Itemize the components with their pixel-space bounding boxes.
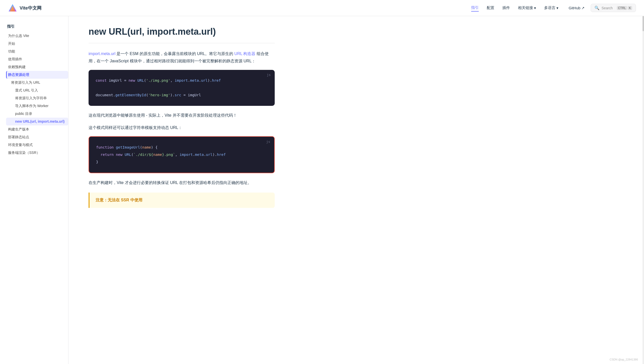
site-logo[interactable]: Vite中文网 [8, 4, 42, 13]
page-layout: 指引 为什么选 Vite 开始 功能 使用插件 依赖预构建 静态资源处理 将资源… [0, 0, 644, 364]
sidebar-item-env[interactable]: 环境变量与模式 [6, 141, 68, 149]
code-content-1: const imgUrl = new URL('./img.png', impo… [96, 77, 268, 99]
logo-text: Vite中文网 [20, 5, 42, 11]
search-icon: 🔍 [594, 6, 599, 10]
search-shortcut: CTRL K [617, 6, 632, 10]
nav-item-config[interactable]: 配置 [487, 5, 494, 11]
scrollbar[interactable] [642, 16, 644, 364]
note-title: 注意：无法在 SSR 中使用 [96, 198, 269, 203]
sidebar-item-static-assets[interactable]: 静态资源处理 [6, 71, 68, 79]
page-title: new URL(url, import.meta.url) [89, 26, 275, 37]
code-lang-label-2: js [266, 140, 270, 144]
nav-item-links[interactable]: 相关链接 ▾ [518, 5, 536, 11]
chevron-down-icon: ▾ [556, 6, 558, 10]
import-meta-url-link[interactable]: import.meta.url [89, 52, 115, 56]
sidebar-item-plugins[interactable]: 使用插件 [6, 55, 68, 63]
nav-item-guide[interactable]: 指引 [471, 4, 479, 12]
code-content-2: function getImageUrl(name) { return new … [96, 144, 267, 166]
sidebar-item-url-import[interactable]: 将资源引入为 URL [6, 79, 68, 86]
text-paragraph-2: 这在现代浏览器中能够原生使用 - 实际上，Vite 并不需要在开发阶段处理这些代… [89, 112, 275, 119]
nav-item-plugins[interactable]: 插件 [502, 5, 510, 11]
sidebar-item-features[interactable]: 功能 [6, 48, 68, 55]
intro-paragraph: import.meta.url 是一个 ESM 的原生功能，会暴露当前模块的 U… [89, 50, 275, 65]
url-constructor-link[interactable]: URL 构造器 [234, 52, 256, 56]
sidebar-item-start[interactable]: 开始 [6, 40, 68, 48]
code-block-1: js const imgUrl = new URL('./img.png', i… [89, 70, 275, 106]
sidebar-item-public-dir[interactable]: public 目录 [6, 110, 68, 118]
main-nav: 指引 配置 插件 相关链接 ▾ 多语言 ▾ GitHub ↗ [471, 4, 585, 12]
code-block-2: js function getImageUrl(name) { return n… [89, 136, 275, 173]
sidebar-item-why-vite[interactable]: 为什么选 Vite [6, 32, 68, 40]
main-content: new URL(url, import.meta.url) import.met… [68, 16, 295, 364]
code-lang-label: js [267, 73, 271, 77]
text-paragraph-4: 在生产构建时，Vite 才会进行必要的转换保证 URL 在打包和资源哈希后仍指向… [89, 179, 275, 187]
sidebar-item-deploy[interactable]: 部署静态站点 [6, 133, 68, 141]
text-paragraph-3: 这个模式同样还可以通过字符串模板支持动态 URL： [89, 124, 275, 131]
scroll-thumb[interactable] [642, 16, 644, 31]
sidebar: 指引 为什么选 Vite 开始 功能 使用插件 依赖预构建 静态资源处理 将资源… [0, 16, 68, 364]
search-button[interactable]: 🔍 Search CTRL K [591, 4, 636, 12]
chevron-down-icon: ▾ [534, 6, 536, 10]
watermark: CSDN @qq_22841386 [610, 358, 638, 361]
nav-item-language[interactable]: 多语言 ▾ [544, 5, 558, 11]
sidebar-item-ssr[interactable]: 服务端渲染（SSR） [6, 149, 68, 157]
sidebar-item-build[interactable]: 构建生产版本 [6, 125, 68, 133]
title-divider [89, 43, 275, 43]
sidebar-item-worker[interactable]: 导入脚本作为 Worker [6, 102, 68, 110]
sidebar-section-title: 指引 [6, 24, 68, 29]
sidebar-item-string-import[interactable]: 将资源引入为字符串 [6, 94, 68, 102]
sidebar-item-dep-prebuild[interactable]: 依赖预构建 [6, 63, 68, 71]
header: Vite中文网 指引 配置 插件 相关链接 ▾ 多语言 ▾ GitHub ↗ 🔍… [0, 0, 644, 16]
sidebar-item-explicit-url[interactable]: 显式 URL 引入 [6, 86, 68, 94]
note-box: 注意：无法在 SSR 中使用 [89, 193, 275, 208]
nav-item-github[interactable]: GitHub ↗ [569, 5, 585, 11]
sidebar-item-new-url[interactable]: new URL(url, import.meta.url) [6, 118, 68, 125]
